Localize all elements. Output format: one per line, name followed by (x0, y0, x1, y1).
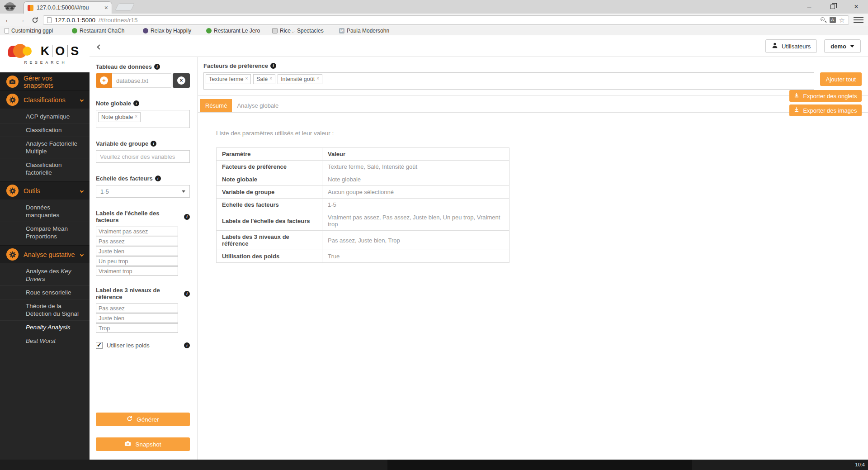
back-arrow-icon[interactable]: ← (5, 16, 12, 24)
back-button[interactable] (98, 43, 101, 51)
window-restore-button[interactable] (821, 0, 844, 14)
preference-factors-input[interactable]: Texture ferme× Salé× Intensité goût× (203, 72, 814, 90)
generate-button[interactable]: Générer (96, 413, 190, 426)
value-cell: Note globale (322, 173, 509, 186)
sidebar-item-compare-mean[interactable]: Compare Mean Proportions (0, 222, 90, 243)
sidebar-item-key-drivers[interactable]: Analyse des Key Drivers (0, 265, 90, 285)
account-name: demo (830, 43, 846, 50)
camera-icon (124, 440, 131, 448)
tag-close-icon[interactable]: × (316, 76, 319, 81)
table-row: Facteurs de préférenceTexture ferme, Sal… (217, 161, 509, 173)
tag-close-icon[interactable]: × (245, 76, 248, 81)
scale-label-input-3[interactable] (96, 247, 178, 256)
forward-arrow-icon[interactable]: → (18, 16, 25, 24)
browser-menu-icon[interactable] (854, 17, 863, 23)
column-header-valeur: Valeur (322, 148, 509, 161)
tag-close-icon[interactable]: × (135, 114, 137, 119)
bookmark-favicon: M (339, 28, 344, 33)
sidebar-item-penalty-analysis[interactable]: Penalty Analysis (0, 320, 90, 334)
dataset-file-input[interactable] (112, 73, 171, 88)
bookmark-item[interactable]: Relax by Happily (143, 27, 191, 35)
window-close-button[interactable]: × (844, 0, 868, 14)
sidebar-item-best-worst[interactable]: Best Worst (0, 334, 90, 347)
sidebar-item-snapshots[interactable]: Gérer vos snapshots (0, 72, 90, 90)
ref-level-input-1[interactable] (96, 304, 178, 313)
sidebar-item-roue-sensorielle[interactable]: Roue sensorielle (0, 285, 90, 299)
window-controls: – × (797, 0, 868, 14)
sidebar-item-classification[interactable]: Classification (0, 123, 90, 137)
sidebar-item-classifications[interactable]: Classifications (0, 90, 90, 109)
scale-label-input-4[interactable] (96, 256, 178, 266)
sidebar-item-theorie-detection[interactable]: Théorie de la Détection du Signal (0, 299, 90, 320)
plus-icon: + (100, 76, 108, 85)
ref-levels-label: Label des 3 niveaux de référencei (96, 287, 190, 300)
reload-icon[interactable] (32, 17, 38, 24)
scale-label-input-5[interactable] (96, 266, 178, 276)
group-variable-label: Variable de groupei (96, 140, 190, 147)
tab-favicon-icon (28, 5, 33, 11)
sidebar-item-acp-dynamique[interactable]: ACP dynamique (0, 110, 90, 123)
sidebar-item-label: Outils (24, 187, 40, 195)
ref-level-input-2[interactable] (96, 313, 178, 323)
note-globale-tags[interactable]: Note globale× (96, 110, 190, 128)
sidebar-item-donnees-manquantes[interactable]: Données manquantes (0, 201, 90, 222)
scale-label-input-2[interactable] (96, 237, 178, 246)
bookmark-label: Relax by Happily (151, 28, 191, 34)
sidebar-sublist-outils: Données manquantes Compare Mean Proporti… (0, 199, 90, 245)
bookmark-item[interactable]: Restaurant Le Jero (206, 27, 260, 35)
use-weights-label: Utiliser les poids (107, 342, 150, 349)
bookmark-doc-icon (5, 28, 9, 33)
param-cell: Labels des 3 niveaux de référence (217, 231, 322, 250)
param-cell: Note globale (217, 173, 322, 186)
camera-icon (6, 76, 19, 88)
browser-toolbar: ← → 127.0.0.1:5000 /#/routines/r15 A ☆ (0, 14, 868, 26)
kos-logo-letters: KOS (38, 45, 82, 57)
tag-close-icon[interactable]: × (269, 76, 272, 81)
export-tabs-button[interactable]: Exporter des onglets (789, 90, 862, 102)
info-icon: i (155, 176, 161, 181)
translate-icon[interactable]: A (830, 17, 836, 23)
users-button[interactable]: Utilisateurs (765, 39, 817, 53)
sidebar-item-analyse-gustative[interactable]: Analyse gustative (0, 245, 90, 263)
info-icon: i (184, 214, 190, 220)
bookmark-item[interactable]: Rice .- Spectacles (272, 27, 324, 35)
snapshot-button[interactable]: Snapshot (96, 437, 190, 451)
new-tab-button[interactable] (115, 3, 135, 11)
url-bar[interactable]: 127.0.0.1:5000 /#/routines/r15 A ☆ (43, 15, 849, 25)
bookmark-star-icon[interactable]: ☆ (839, 17, 845, 24)
tab-close-icon[interactable]: × (104, 5, 108, 11)
bookmark-item[interactable]: Restaurant ChaCh (72, 27, 124, 35)
browser-tab[interactable]: 127.0.0.1:5000/#/rou × (24, 1, 112, 14)
sidebar-item-afm[interactable]: Analyse Factorielle Multiple (0, 137, 90, 158)
tab-resume[interactable]: Résumé (200, 99, 232, 112)
group-variable-input[interactable] (96, 150, 190, 163)
account-menu-button[interactable]: demo (824, 39, 861, 53)
chevron-down-icon (80, 98, 84, 101)
add-all-button[interactable]: Ajouter tout (820, 72, 862, 86)
add-dataset-button[interactable]: + (96, 73, 112, 88)
sidebar-item-classification-factorielle[interactable]: Classification factorielle (0, 158, 90, 179)
remove-dataset-button[interactable]: × (173, 73, 190, 88)
export-images-button[interactable]: Exporter des images (789, 104, 862, 116)
export-buttons: Exporter des onglets Exporter des images (789, 90, 862, 116)
taskbar: 10:4 (0, 460, 868, 470)
sidebar-sublist-gustative: Analyse des Key Drivers Roue sensorielle… (0, 263, 90, 350)
factor-scale-select[interactable]: 1-5 (96, 185, 190, 198)
note-globale-label: Note globalei (96, 100, 190, 107)
gear-icon (6, 94, 19, 106)
sidebar-item-outils[interactable]: Outils (0, 181, 90, 199)
table-row: Variable de groupeAucun goupe sélectionn… (217, 186, 509, 199)
bookmark-label: Paula Modersohn (347, 28, 389, 34)
window-minimize-button[interactable]: – (797, 0, 821, 14)
caret-down-icon (850, 45, 854, 47)
refresh-icon (127, 416, 132, 423)
generate-button-label: Générer (137, 416, 159, 423)
ref-level-input-3[interactable] (96, 323, 178, 333)
zoom-out-icon[interactable] (821, 17, 826, 23)
scale-label-input-1[interactable] (96, 227, 178, 236)
tab-analyse-globale[interactable]: Analyse globale (232, 99, 283, 112)
bookmark-item[interactable]: MPaula Modersohn (339, 27, 389, 35)
bookmark-label: Restaurant ChaCh (80, 28, 124, 34)
use-weights-checkbox[interactable] (96, 342, 103, 349)
bookmark-item[interactable]: Customizing ggpl (5, 27, 53, 35)
